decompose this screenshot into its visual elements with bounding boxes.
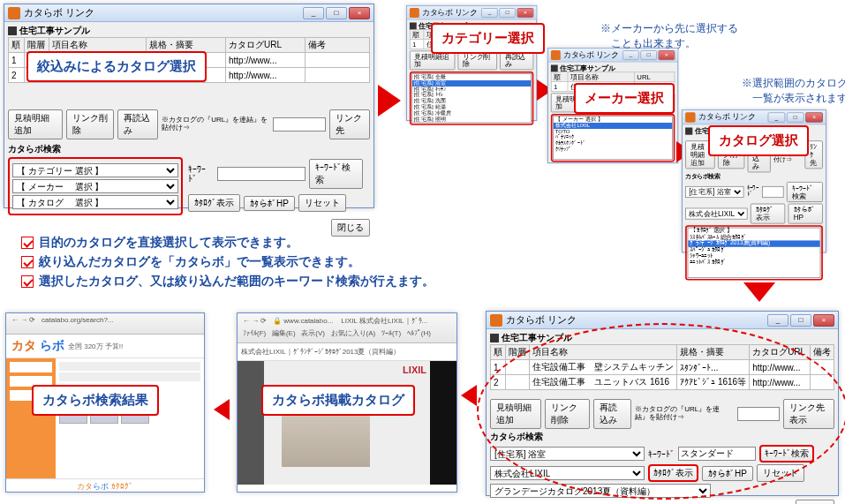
close-button[interactable]: × — [813, 314, 834, 327]
filter-box: 【 カテゴリー 選択 】 【 メーカー 選択 】 【 カタログ 選択 】 — [8, 157, 183, 215]
delete-link-button[interactable]: リンク削除 — [545, 399, 590, 429]
col-note: 備考 — [306, 38, 370, 53]
table-row[interactable]: 2 住宅設備工事 ユニットバス 1616 ｱｸｱﾋﾞｼﾞｭ 1616等http:… — [491, 375, 834, 390]
bullet-text: 絞り込んだカタログを「カタらボ」で一覧表示できます。 — [39, 254, 360, 270]
check-icon — [21, 256, 34, 268]
show-catalog-button[interactable]: ｶﾀﾛｸﾞ表示 — [648, 464, 698, 482]
arrow-left-icon — [214, 399, 230, 420]
bullet-text: 選択したカタログ、又は絞り込んだ範囲のキーワード検索が行えます。 — [39, 274, 434, 290]
category-select[interactable]: 【 カテゴリー 選択 】 — [12, 163, 178, 177]
paste-hint: ※カタログの『URL』を連結』を貼付け⇒ — [162, 117, 269, 132]
section-title: 住宅工事サンプル — [490, 332, 834, 344]
maker-select[interactable]: 株式会社LIXIL — [490, 466, 645, 480]
add-detail-button[interactable]: 見積明細追加 — [490, 399, 541, 429]
titlebar: カタらボ リンク _ □ × — [487, 312, 838, 329]
search-title: カタらボ検索 — [490, 431, 543, 443]
reset-button[interactable]: リセット — [298, 194, 346, 212]
catalog-select[interactable]: グランデージカタログ2013夏（資料編） — [490, 484, 711, 498]
col-layer: 階層 — [25, 38, 49, 53]
check-icon — [21, 237, 34, 249]
kw-label: ｷｰﾜｰﾄﾞ — [648, 449, 675, 459]
bullet-list: 目的のカタログを直接選択して表示できます。 絞り込んだカタログを「カタらボ」で一… — [21, 231, 434, 293]
label-category-select: カテゴリー選択 — [431, 23, 545, 54]
label-search-result: カタらボ検索結果 — [32, 385, 159, 416]
kw-label: ｷｰﾜｰﾄﾞ — [188, 164, 214, 184]
maker-select[interactable]: 【 メーカー 選択 】 — [12, 179, 178, 193]
arrow-left-icon — [461, 385, 477, 406]
add-detail-button[interactable]: 見積明細追加 — [8, 109, 63, 139]
bullet-text: 目的のカタログを直接選択して表示できます。 — [39, 235, 298, 251]
url-input[interactable] — [737, 407, 780, 421]
col-spec: 規格・摘要 — [147, 38, 226, 53]
label-maker-select: メーカー選択 — [574, 83, 675, 114]
category-select[interactable]: [住宅系] 浴室 — [490, 447, 645, 461]
browser-chrome: ← → ⟳ catalabo.org/search?... — [6, 313, 204, 335]
catalabo-logo: カタ — [11, 338, 36, 354]
app-icon — [490, 314, 502, 327]
minimize-button[interactable]: _ — [767, 314, 788, 327]
label-catalog-page: カタらボ掲載カタログ — [261, 385, 415, 416]
kw-input[interactable] — [678, 447, 756, 461]
paste-hint: ※カタログの『URL』を連結』を貼付け⇒ — [635, 406, 734, 422]
arrow-icon — [378, 85, 401, 117]
reload-button[interactable]: 再読込み — [117, 109, 158, 139]
grid: 順 階層 項目名称 規格・摘要 カタログURL 備考 1 住宅設備工事 壁システ… — [490, 344, 834, 390]
url-input[interactable] — [273, 117, 326, 132]
window-title: カタらボ リンク — [24, 6, 94, 19]
label-main-filter: 絞込みによるカタログ選択 — [26, 51, 207, 82]
delete-link-button[interactable]: リンク削除 — [66, 109, 114, 139]
kw-search-button[interactable]: ｷｰﾜｰﾄﾞ検索 — [309, 159, 364, 189]
app-icon — [8, 7, 20, 19]
link-button[interactable]: リンク先 — [329, 109, 370, 139]
search-title: カタらボ検索 — [8, 143, 61, 155]
titlebar: カタらボ リンク _ □ × — [4, 4, 373, 22]
note-catalog-list: ※選択範囲のカタログ 一覧が表示されます。 — [742, 76, 845, 106]
table-row[interactable]: 1 住宅設備工事 壁システムキッチン ｽﾀﾝﾀﾞｰﾄ...http://www.… — [491, 360, 834, 375]
arrow-down-icon — [743, 282, 775, 302]
catalabo-hp-button[interactable]: ｶﾀらﾎﾞHP — [244, 196, 295, 211]
lixil-logo: LIXIL — [403, 365, 426, 375]
maximize-button[interactable]: □ — [326, 7, 347, 19]
kw-input[interactable] — [217, 167, 306, 181]
show-catalog-button[interactable]: ｶﾀﾛｸﾞ表示 — [188, 194, 240, 212]
browser-chrome: ← → ⟳ 🔒 www.catalabo... LIXIL 株式会社LIXIL｜… — [238, 313, 456, 343]
section-title: 住宅工事サンプル — [8, 25, 370, 37]
maximize-button[interactable]: □ — [790, 314, 811, 327]
reload-button[interactable]: 再読込み — [593, 399, 631, 429]
note-maker-first: ※メーカーから先に選択する ことも出来ます。 — [600, 21, 738, 51]
minimize-button[interactable]: _ — [303, 7, 324, 19]
col-order: 順 — [9, 38, 25, 53]
reset-button[interactable]: リセット — [757, 464, 804, 482]
window-title: カタらボ リンク — [506, 313, 577, 327]
sidebar — [6, 358, 56, 478]
close-button[interactable]: × — [349, 7, 370, 19]
catalabo-hp-button[interactable]: ｶﾀらﾎﾞHP — [702, 466, 753, 481]
check-icon — [21, 275, 34, 288]
main-window: カタらボ リンク _ □ × 住宅工事サンプル 順 階層 項目名称 規格・摘要 … — [4, 4, 374, 208]
link-button[interactable]: リンク先表示 — [783, 399, 834, 429]
col-url: カタログURL — [226, 38, 306, 53]
catalog-select[interactable]: 【 カタログ 選択 】 — [12, 195, 178, 209]
result-window: カタらボ リンク _ □ × 住宅工事サンプル 順 階層 項目名称 規格・摘要 … — [486, 311, 839, 496]
close-dialog-button[interactable]: 閉じる — [796, 500, 834, 504]
kw-search-button[interactable]: ｷｰﾜｰﾄﾞ検索 — [759, 445, 814, 463]
label-catalog-select: カタログ選択 — [708, 125, 809, 156]
col-name: 項目名称 — [49, 38, 147, 53]
